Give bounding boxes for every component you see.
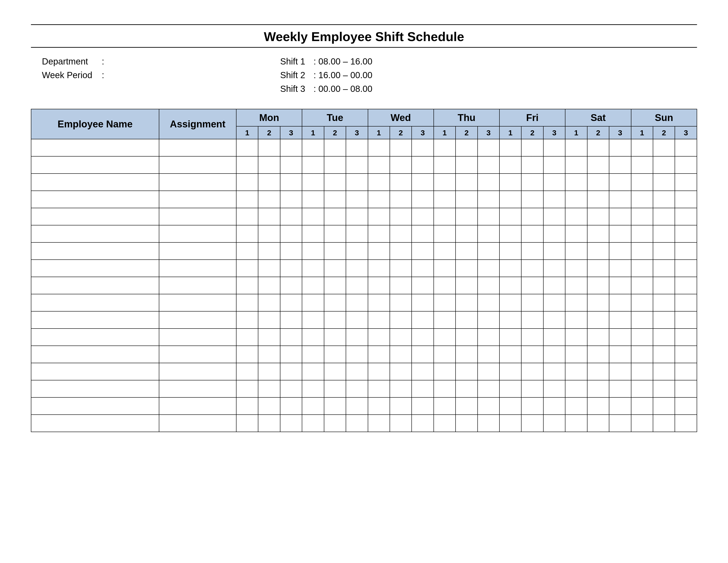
cell-shift[interactable] (499, 398, 521, 415)
cell-shift[interactable] (434, 398, 456, 415)
cell-shift[interactable] (434, 139, 456, 156)
cell-shift[interactable] (324, 242, 346, 259)
cell-shift[interactable] (543, 139, 565, 156)
cell-shift[interactable] (280, 225, 302, 242)
cell-shift[interactable] (302, 191, 324, 208)
cell-shift[interactable] (324, 277, 346, 294)
cell-shift[interactable] (499, 363, 521, 380)
cell-shift[interactable] (653, 156, 675, 173)
cell-shift[interactable] (565, 156, 587, 173)
cell-shift[interactable] (543, 380, 565, 398)
cell-shift[interactable] (258, 208, 280, 225)
cell-shift[interactable] (434, 380, 456, 398)
cell-shift[interactable] (609, 259, 631, 277)
cell-assignment[interactable] (159, 242, 236, 259)
cell-shift[interactable] (346, 346, 368, 363)
cell-shift[interactable] (653, 415, 675, 432)
cell-shift[interactable] (368, 363, 390, 380)
cell-shift[interactable] (280, 277, 302, 294)
cell-shift[interactable] (478, 242, 499, 259)
cell-shift[interactable] (675, 277, 697, 294)
cell-assignment[interactable] (159, 259, 236, 277)
cell-shift[interactable] (565, 415, 587, 432)
cell-shift[interactable] (280, 191, 302, 208)
cell-shift[interactable] (631, 139, 653, 156)
cell-assignment[interactable] (159, 139, 236, 156)
cell-shift[interactable] (653, 329, 675, 346)
cell-shift[interactable] (565, 242, 587, 259)
cell-employee-name[interactable] (31, 225, 159, 242)
cell-shift[interactable] (653, 294, 675, 311)
cell-shift[interactable] (368, 294, 390, 311)
cell-shift[interactable] (280, 242, 302, 259)
cell-shift[interactable] (499, 225, 521, 242)
cell-assignment[interactable] (159, 156, 236, 173)
cell-shift[interactable] (390, 294, 412, 311)
cell-shift[interactable] (609, 311, 631, 329)
cell-shift[interactable] (324, 191, 346, 208)
cell-shift[interactable] (302, 311, 324, 329)
cell-shift[interactable] (521, 191, 543, 208)
cell-shift[interactable] (368, 346, 390, 363)
cell-shift[interactable] (390, 415, 412, 432)
cell-shift[interactable] (324, 398, 346, 415)
cell-shift[interactable] (521, 139, 543, 156)
cell-shift[interactable] (521, 173, 543, 191)
cell-shift[interactable] (236, 311, 258, 329)
cell-shift[interactable] (543, 329, 565, 346)
cell-shift[interactable] (456, 156, 477, 173)
cell-shift[interactable] (587, 294, 609, 311)
cell-assignment[interactable] (159, 225, 236, 242)
cell-shift[interactable] (675, 415, 697, 432)
cell-shift[interactable] (499, 346, 521, 363)
cell-assignment[interactable] (159, 208, 236, 225)
cell-shift[interactable] (478, 363, 499, 380)
cell-shift[interactable] (346, 294, 368, 311)
cell-shift[interactable] (609, 139, 631, 156)
cell-shift[interactable] (390, 363, 412, 380)
cell-shift[interactable] (675, 173, 697, 191)
cell-shift[interactable] (412, 346, 433, 363)
cell-shift[interactable] (521, 225, 543, 242)
cell-shift[interactable] (324, 294, 346, 311)
cell-shift[interactable] (412, 363, 433, 380)
cell-shift[interactable] (521, 346, 543, 363)
cell-shift[interactable] (587, 173, 609, 191)
cell-shift[interactable] (456, 346, 477, 363)
cell-shift[interactable] (543, 311, 565, 329)
cell-shift[interactable] (390, 242, 412, 259)
cell-shift[interactable] (565, 259, 587, 277)
cell-shift[interactable] (324, 225, 346, 242)
cell-shift[interactable] (478, 139, 499, 156)
cell-shift[interactable] (499, 208, 521, 225)
cell-shift[interactable] (456, 415, 477, 432)
cell-shift[interactable] (609, 208, 631, 225)
cell-shift[interactable] (456, 380, 477, 398)
cell-shift[interactable] (499, 139, 521, 156)
cell-employee-name[interactable] (31, 398, 159, 415)
cell-shift[interactable] (368, 329, 390, 346)
cell-shift[interactable] (434, 363, 456, 380)
cell-employee-name[interactable] (31, 329, 159, 346)
cell-shift[interactable] (543, 242, 565, 259)
cell-shift[interactable] (675, 294, 697, 311)
cell-shift[interactable] (478, 208, 499, 225)
cell-shift[interactable] (609, 173, 631, 191)
cell-shift[interactable] (631, 173, 653, 191)
cell-shift[interactable] (280, 208, 302, 225)
cell-shift[interactable] (653, 259, 675, 277)
cell-shift[interactable] (302, 173, 324, 191)
cell-shift[interactable] (478, 173, 499, 191)
cell-shift[interactable] (587, 346, 609, 363)
cell-shift[interactable] (653, 191, 675, 208)
cell-shift[interactable] (675, 139, 697, 156)
cell-shift[interactable] (324, 259, 346, 277)
cell-shift[interactable] (565, 191, 587, 208)
cell-employee-name[interactable] (31, 294, 159, 311)
cell-shift[interactable] (631, 380, 653, 398)
cell-assignment[interactable] (159, 294, 236, 311)
cell-shift[interactable] (412, 191, 433, 208)
cell-shift[interactable] (587, 225, 609, 242)
cell-shift[interactable] (675, 225, 697, 242)
cell-shift[interactable] (653, 311, 675, 329)
